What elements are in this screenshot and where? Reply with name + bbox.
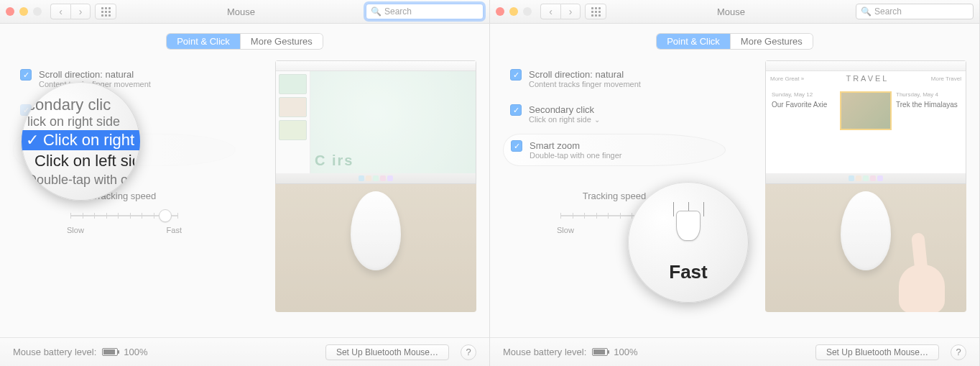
mag-heading: condary clic	[27, 96, 134, 114]
magnifier-slider: Fast	[628, 182, 749, 303]
forward-button[interactable]: ›	[70, 4, 91, 19]
bluetooth-button[interactable]: Set Up Bluetooth Mouse…	[325, 344, 449, 360]
checkbox-smartzoom[interactable]: ✓	[511, 140, 522, 152]
magnifier-dropdown: condary clic lick on right side ✓ Click …	[22, 82, 140, 201]
preview-more-right: More Travel	[931, 76, 961, 82]
battery-label: Mouse battery level:	[13, 347, 96, 357]
slider-min: Slow	[67, 226, 84, 234]
mag-tail: Double-tap with on	[27, 173, 134, 188]
tab-point-click[interactable]: Point & Click	[167, 34, 241, 49]
back-button[interactable]: ‹	[540, 4, 560, 19]
forward-button[interactable]: ›	[560, 4, 581, 19]
footer: Mouse battery level: 100% Set Up Bluetoo…	[0, 337, 489, 366]
dropdown-option-left[interactable]: Click on left side	[27, 151, 134, 171]
pane-right: ‹ › Mouse 🔍 Point & Click More Gestures …	[490, 0, 980, 366]
option-smart-zoom[interactable]: ✓ Smart zoom Double-tap with one finger	[503, 134, 726, 166]
tab-more-gestures[interactable]: More Gestures	[241, 34, 323, 49]
tracking-slider[interactable]	[70, 209, 178, 223]
tab-more-gestures[interactable]: More Gestures	[731, 34, 813, 49]
tracking-label: Tracking speed	[583, 191, 646, 201]
option-label: Scroll direction: natural	[39, 69, 151, 80]
preview-date: Thursday, May 4	[896, 91, 960, 98]
search-icon: 🔍	[371, 6, 382, 17]
hand-graphic	[892, 233, 946, 312]
checkbox-scroll[interactable]: ✓	[510, 69, 522, 81]
help-button[interactable]: ?	[951, 344, 966, 360]
window-controls	[496, 7, 532, 16]
option-scroll-direction[interactable]: ✓ Scroll direction: natural Content trac…	[503, 63, 726, 94]
option-label: Scroll direction: natural	[529, 69, 641, 80]
footer: Mouse battery level: 100% Set Up Bluetoo…	[490, 337, 979, 366]
search-input[interactable]	[384, 6, 490, 17]
battery-label: Mouse battery level:	[503, 347, 586, 357]
preview-more-left: More Great »	[770, 76, 804, 82]
minimize-icon[interactable]	[509, 7, 518, 16]
mag-subheading: lick on right side	[27, 114, 134, 129]
zoom-icon[interactable]	[523, 7, 532, 16]
show-all-button[interactable]	[585, 4, 606, 19]
help-button[interactable]: ?	[461, 344, 476, 360]
mouse-graphic	[841, 191, 891, 270]
toolbar: ‹ › Mouse 🔍	[0, 0, 489, 24]
tabs: Point & Click More Gestures	[657, 34, 813, 49]
option-scroll-direction[interactable]: ✓ Scroll direction: natural Content trac…	[13, 63, 236, 94]
battery-value: 100%	[614, 347, 637, 357]
toolbar: ‹ › Mouse 🔍	[490, 0, 979, 24]
slider-knob[interactable]	[159, 209, 172, 222]
minimize-icon[interactable]	[19, 7, 28, 16]
option-sub: Content tracks finger movement	[529, 80, 641, 88]
window-title: Mouse	[227, 6, 255, 17]
check-icon: ✓	[26, 131, 39, 150]
option-secondary-click[interactable]: ✓ Secondary click Click on right side ⌄	[503, 99, 726, 129]
mag-fast-label: Fast	[669, 261, 707, 283]
option-label: Smart zoom	[530, 140, 621, 151]
preview-date: Sunday, May 12	[772, 91, 836, 98]
search-icon: 🔍	[861, 6, 872, 17]
mouse-graphic	[351, 191, 401, 270]
window-title: Mouse	[717, 6, 745, 17]
slider-min: Slow	[557, 226, 574, 234]
search-field[interactable]: 🔍	[366, 4, 484, 19]
option-sub[interactable]: Click on right side ⌄	[529, 115, 600, 124]
battery-icon	[102, 348, 118, 356]
checkbox-scroll[interactable]: ✓	[20, 69, 32, 81]
tracking-speed: Tracking speed Slow Fast	[31, 191, 218, 234]
search-input[interactable]	[874, 6, 980, 17]
dropdown-option-right[interactable]: ✓ Click on right sid	[22, 130, 140, 150]
zoom-icon[interactable]	[33, 7, 42, 16]
bluetooth-button[interactable]: Set Up Bluetooth Mouse…	[815, 344, 939, 360]
search-field[interactable]: 🔍	[856, 4, 974, 19]
preview-map-image	[840, 91, 892, 130]
tab-point-click[interactable]: Point & Click	[657, 34, 731, 49]
slider-max: Fast	[167, 226, 182, 234]
window-controls	[6, 7, 42, 16]
preview-travel-header: TRAVEL	[810, 73, 925, 84]
battery-icon	[592, 348, 608, 356]
option-label: Secondary click	[529, 104, 600, 115]
preview-area: C irs	[275, 60, 476, 312]
close-icon[interactable]	[496, 7, 504, 16]
preview-text: C irs	[315, 152, 353, 169]
checkbox-secondary[interactable]: ✓	[510, 104, 522, 116]
close-icon[interactable]	[6, 7, 14, 16]
back-button[interactable]: ‹	[50, 4, 70, 19]
preview-headline: Our Favorite Axie	[772, 101, 836, 109]
chevron-down-icon: ⌄	[594, 116, 600, 124]
slider-knob-zoom	[676, 211, 701, 241]
tabs: Point & Click More Gestures	[167, 34, 323, 49]
show-all-button[interactable]	[95, 4, 116, 19]
battery-value: 100%	[124, 347, 147, 357]
preview-area: More Great » TRAVEL More Travel Sunday, …	[765, 60, 966, 312]
option-sub: Double-tap with one finger	[530, 151, 621, 160]
preview-headline: Trek the Himalayas	[896, 101, 960, 109]
